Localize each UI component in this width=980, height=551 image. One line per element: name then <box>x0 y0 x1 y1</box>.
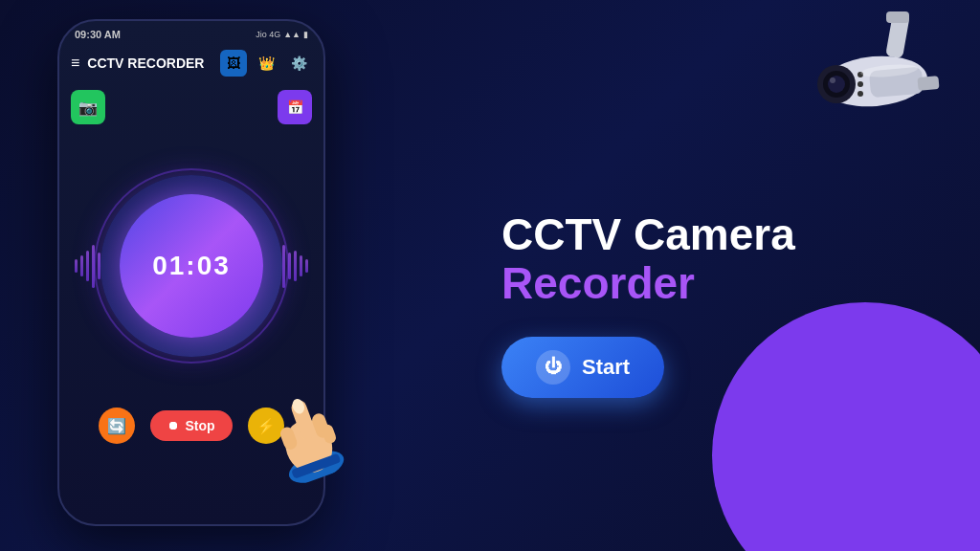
camera-quick-btn[interactable]: 📷 <box>71 90 105 124</box>
camera-icon: 📷 <box>78 99 98 117</box>
crown-icon: 👑 <box>258 55 275 71</box>
timer-display: 01:03 <box>152 251 231 281</box>
app-title-label: CCTV RECORDER <box>87 55 212 71</box>
stop-label: Stop <box>185 418 214 433</box>
timer-outer-circle: 01:03 <box>100 175 282 357</box>
rotate-icon: 🔄 <box>107 417 126 435</box>
crown-icon-btn[interactable]: 👑 <box>253 50 279 77</box>
rotate-button[interactable]: 🔄 <box>99 408 135 444</box>
svg-rect-11 <box>917 76 939 91</box>
start-button[interactable]: ⏻ Start <box>501 337 664 398</box>
settings-icon-btn[interactable]: ⚙️ <box>285 50 312 77</box>
cctv-camera-image <box>784 10 961 138</box>
calendar-icon: 📅 <box>287 99 303 115</box>
app-bar: ≡ CCTV RECORDER 🖼 👑 ⚙️ <box>59 44 323 82</box>
menu-icon[interactable]: ≡ <box>71 55 79 72</box>
page-title: CCTV Camera Recorder <box>501 153 795 336</box>
svg-rect-1 <box>886 11 909 23</box>
svg-point-5 <box>828 76 845 93</box>
signal-icon: ▲▲ <box>283 30 301 39</box>
svg-point-8 <box>858 81 863 87</box>
power-icon: ⏻ <box>545 357 562 377</box>
title-line1: CCTV Camera <box>501 210 795 259</box>
stop-button[interactable]: ⏺ Stop <box>150 410 232 441</box>
timer-inner-circle: 01:03 <box>120 194 263 338</box>
svg-point-6 <box>830 77 835 83</box>
start-label: Start <box>582 355 630 380</box>
status-time: 09:30 AM <box>75 29 121 40</box>
status-bar: 09:30 AM Jio 4G ▲▲ ▮ <box>59 21 323 44</box>
svg-point-9 <box>858 91 863 97</box>
title-line2: Recorder <box>501 259 795 308</box>
power-icon-container: ⏻ <box>536 350 570 385</box>
gallery-icon: 🖼 <box>227 55 240 71</box>
app-bar-icons: 🖼 👑 ⚙️ <box>220 50 312 77</box>
gallery-icon-btn[interactable]: 🖼 <box>220 50 247 77</box>
carrier-label: Jio 4G <box>256 30 280 39</box>
status-icons: Jio 4G ▲▲ ▮ <box>256 30 308 39</box>
phone-top-buttons: 📷 📅 <box>71 90 312 124</box>
battery-icon: ▮ <box>303 30 308 39</box>
timer-area: 01:03 <box>71 132 312 400</box>
schedule-btn[interactable]: 📅 <box>278 90 312 124</box>
record-dot-icon: ⏺ <box>167 419 179 432</box>
gear-icon: ⚙️ <box>291 55 307 71</box>
